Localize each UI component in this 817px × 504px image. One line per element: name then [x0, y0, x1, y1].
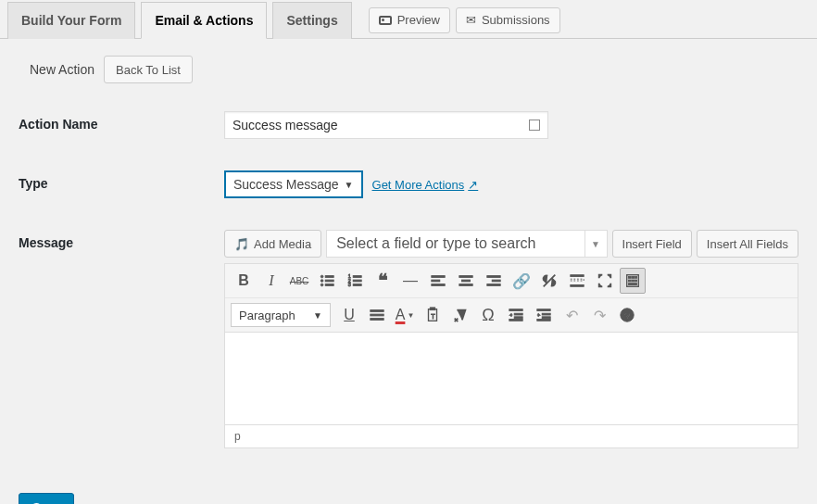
content-area: New Action Back To List Action Name Succ…	[0, 39, 817, 465]
svg-text:3: 3	[348, 282, 351, 287]
paste-text-button[interactable]: T	[420, 302, 446, 328]
svg-rect-34	[371, 314, 383, 316]
tab-bar: Build Your Form Email & Actions Settings…	[0, 0, 817, 39]
svg-rect-37	[430, 308, 434, 310]
chevron-down-icon: ▼	[345, 180, 354, 190]
type-row: Type Success Message ▼ Get More Actions …	[19, 170, 798, 198]
svg-rect-42	[509, 320, 522, 321]
strikethrough-button[interactable]: ABC	[286, 268, 312, 294]
align-center-button[interactable]	[453, 268, 479, 294]
align-left-button[interactable]	[425, 268, 451, 294]
horizontal-rule-button[interactable]: —	[397, 268, 423, 294]
numbered-list-button[interactable]: 123	[342, 268, 368, 294]
undo-button[interactable]: ↶	[559, 302, 584, 328]
svg-rect-35	[371, 319, 383, 321]
redo-button[interactable]: ↷	[586, 302, 612, 328]
tab-build-form[interactable]: Build Your Form	[7, 2, 135, 39]
svg-rect-15	[459, 276, 472, 278]
back-to-list-button[interactable]: Back To List	[104, 56, 193, 83]
chevron-down-icon: ▼	[584, 231, 607, 257]
svg-rect-1	[325, 276, 333, 278]
blockquote-button[interactable]: ❝	[370, 268, 396, 294]
preview-button[interactable]: Preview	[369, 7, 450, 33]
new-action-header: New Action Back To List	[19, 56, 798, 83]
underline-button[interactable]: U	[336, 302, 362, 328]
clear-formatting-button[interactable]	[447, 302, 473, 328]
action-name-input[interactable]: Success message	[224, 111, 548, 139]
svg-rect-28	[635, 277, 637, 279]
read-more-button[interactable]	[564, 268, 590, 294]
svg-rect-45	[542, 317, 550, 319]
chevron-down-icon: ▼	[313, 310, 322, 321]
type-label: Type	[19, 170, 224, 191]
svg-rect-19	[492, 280, 500, 282]
svg-rect-40	[514, 313, 522, 315]
svg-rect-12	[432, 276, 445, 278]
get-more-actions-link[interactable]: Get More Actions ↗	[372, 178, 479, 192]
svg-point-0	[321, 275, 323, 278]
new-action-label: New Action	[30, 62, 94, 77]
svg-rect-44	[542, 313, 550, 315]
unlink-button[interactable]	[536, 268, 562, 294]
message-row: Message 🎵 Add Media Select a field or ty…	[19, 230, 798, 448]
bullet-list-button[interactable]	[314, 268, 340, 294]
svg-rect-26	[629, 277, 632, 279]
link-button[interactable]: 🔗	[509, 268, 534, 294]
svg-rect-29	[629, 280, 632, 282]
svg-rect-3	[325, 280, 333, 282]
type-select[interactable]: Success Message ▼	[224, 170, 363, 198]
svg-rect-11	[353, 284, 361, 286]
svg-rect-41	[514, 317, 522, 319]
bold-button[interactable]: B	[231, 268, 257, 294]
svg-rect-33	[371, 310, 383, 312]
svg-rect-13	[432, 280, 440, 282]
svg-rect-24	[571, 285, 584, 287]
svg-rect-16	[462, 280, 471, 282]
svg-rect-18	[487, 276, 500, 278]
fullscreen-button[interactable]	[592, 268, 618, 294]
special-character-button[interactable]: Ω	[475, 302, 501, 328]
svg-rect-27	[632, 277, 635, 279]
svg-rect-22	[571, 275, 584, 277]
message-label: Message	[19, 230, 224, 250]
svg-rect-5	[325, 284, 333, 286]
media-icon: 🎵	[234, 237, 249, 251]
svg-rect-39	[509, 309, 522, 311]
field-selector[interactable]: Select a field or type to search ▼	[326, 230, 607, 258]
editor-textarea[interactable]	[224, 333, 798, 425]
tab-email-actions[interactable]: Email & Actions	[141, 2, 267, 39]
editor-status-bar: p	[224, 425, 798, 448]
help-button[interactable]: ?	[614, 302, 640, 328]
action-name-label: Action Name	[19, 111, 224, 132]
insert-field-button[interactable]: Insert Field	[612, 230, 692, 258]
editor-controls: 🎵 Add Media Select a field or type to se…	[224, 230, 798, 258]
indent-button[interactable]	[531, 302, 557, 328]
paragraph-select[interactable]: Paragraph ▼	[231, 303, 331, 327]
external-link-icon: ↗	[468, 178, 478, 192]
svg-rect-17	[459, 284, 472, 286]
text-color-button[interactable]: A▼	[392, 302, 418, 328]
outdent-button[interactable]	[503, 302, 529, 328]
insert-all-fields-button[interactable]: Insert All Fields	[697, 230, 798, 258]
svg-rect-9	[353, 280, 361, 282]
italic-button[interactable]: I	[258, 268, 284, 294]
add-media-button[interactable]: 🎵 Add Media	[224, 230, 321, 258]
svg-rect-20	[487, 284, 500, 286]
align-right-button[interactable]	[481, 268, 507, 294]
preview-icon	[379, 16, 392, 25]
contact-icon	[529, 120, 540, 131]
svg-rect-43	[537, 309, 550, 311]
save-button[interactable]: Save	[19, 493, 74, 504]
toolbar-toggle-button[interactable]	[620, 268, 646, 294]
svg-rect-46	[537, 320, 550, 321]
submissions-button[interactable]: ✉ Submissions	[456, 7, 560, 33]
svg-point-4	[321, 284, 323, 286]
envelope-icon: ✉	[466, 13, 476, 27]
svg-rect-32	[629, 284, 637, 285]
svg-text:T: T	[431, 312, 435, 321]
tab-settings[interactable]: Settings	[272, 2, 351, 39]
svg-rect-14	[432, 284, 445, 286]
justify-button[interactable]	[364, 302, 390, 328]
action-name-row: Action Name Success message	[19, 111, 798, 139]
svg-rect-23	[571, 279, 584, 281]
